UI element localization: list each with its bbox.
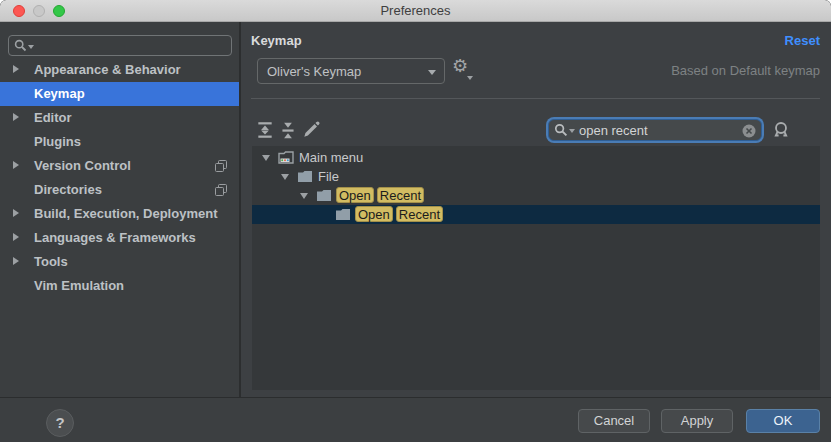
gear-icon[interactable]: ⚙ bbox=[452, 55, 468, 77]
header-divider bbox=[251, 98, 820, 99]
folder-icon bbox=[316, 188, 332, 203]
chevron-down-icon[interactable] bbox=[300, 193, 308, 199]
sidebar-item-keymap[interactable]: Keymap bbox=[0, 82, 239, 106]
chevron-down-icon[interactable] bbox=[262, 155, 270, 161]
folder-icon bbox=[297, 169, 313, 184]
help-button[interactable]: ? bbox=[46, 409, 74, 437]
sidebar-item-build-execution[interactable]: Build, Execution, Deployment bbox=[0, 202, 239, 226]
collapse-all-icon[interactable] bbox=[278, 120, 298, 140]
sidebar-item-version-control[interactable]: Version Control bbox=[0, 154, 239, 178]
sidebar-item-directories[interactable]: Directories bbox=[0, 178, 239, 202]
search-icon bbox=[14, 39, 27, 53]
match-highlight: Open bbox=[336, 187, 374, 203]
action-search-input[interactable] bbox=[579, 121, 729, 139]
settings-search-input[interactable] bbox=[37, 37, 227, 54]
tree-row-file[interactable]: File bbox=[252, 167, 820, 186]
search-icon bbox=[554, 123, 568, 138]
cancel-button[interactable]: Cancel bbox=[578, 409, 650, 433]
keymap-tree: Main menu File OpenRecent Ope bbox=[252, 146, 820, 390]
chevron-right-icon[interactable] bbox=[13, 113, 19, 121]
chevron-down-icon bbox=[28, 45, 34, 49]
chevron-right-icon[interactable] bbox=[13, 233, 19, 241]
chevron-down-icon bbox=[428, 70, 436, 75]
expand-all-icon[interactable] bbox=[255, 120, 275, 140]
chevron-down-icon bbox=[569, 129, 575, 133]
settings-category-list: Appearance & Behavior Keymap Editor Plug… bbox=[0, 58, 239, 298]
settings-search-box[interactable] bbox=[8, 35, 232, 56]
chevron-right-icon[interactable] bbox=[13, 65, 19, 73]
sidebar-item-vim-emulation[interactable]: Vim Emulation bbox=[0, 274, 239, 298]
edit-icon[interactable] bbox=[301, 120, 321, 140]
match-highlight: Recent bbox=[396, 206, 443, 222]
settings-sidebar: Appearance & Behavior Keymap Editor Plug… bbox=[0, 22, 241, 397]
ok-button[interactable]: OK bbox=[746, 409, 820, 433]
chevron-right-icon[interactable] bbox=[13, 161, 19, 169]
tree-row-main-menu[interactable]: Main menu bbox=[252, 148, 820, 167]
keymap-scheme-value: Oliver's Keymap bbox=[267, 64, 361, 79]
folder-icon bbox=[335, 207, 351, 222]
chevron-down-icon bbox=[467, 76, 473, 80]
sidebar-item-appearance[interactable]: Appearance & Behavior bbox=[0, 58, 239, 82]
sidebar-item-editor[interactable]: Editor bbox=[0, 106, 239, 130]
find-by-shortcut-icon[interactable] bbox=[771, 120, 791, 140]
preferences-dialog: Preferences Appearance & Behavior Keymap… bbox=[0, 0, 831, 442]
project-scheme-icon bbox=[215, 184, 227, 196]
action-search-box[interactable] bbox=[548, 119, 762, 141]
sidebar-item-languages[interactable]: Languages & Frameworks bbox=[0, 226, 239, 250]
chevron-right-icon[interactable] bbox=[13, 209, 19, 217]
dialog-footer: ? Cancel Apply OK bbox=[0, 397, 831, 442]
match-highlight: Recent bbox=[377, 187, 424, 203]
tree-row-open-recent-selected[interactable]: OpenRecent bbox=[252, 205, 820, 224]
reset-link[interactable]: Reset bbox=[785, 33, 820, 48]
titlebar: Preferences bbox=[0, 0, 831, 22]
sidebar-item-tools[interactable]: Tools bbox=[0, 250, 239, 274]
window-title: Preferences bbox=[0, 3, 831, 18]
based-on-label: Based on Default keymap bbox=[671, 63, 820, 78]
keymap-panel: Keymap Reset Oliver's Keymap ⚙ Based on … bbox=[241, 22, 831, 397]
clear-icon[interactable] bbox=[742, 124, 756, 138]
keymap-scheme-select[interactable]: Oliver's Keymap bbox=[257, 58, 445, 84]
project-scheme-icon bbox=[215, 160, 227, 172]
main-menu-icon bbox=[278, 150, 294, 165]
match-highlight: Open bbox=[355, 206, 393, 222]
chevron-right-icon[interactable] bbox=[13, 257, 19, 265]
page-title: Keymap bbox=[251, 33, 302, 48]
tree-row-open-recent[interactable]: OpenRecent bbox=[252, 186, 820, 205]
sidebar-item-plugins[interactable]: Plugins bbox=[0, 130, 239, 154]
chevron-down-icon[interactable] bbox=[281, 174, 289, 180]
apply-button[interactable]: Apply bbox=[661, 409, 733, 433]
